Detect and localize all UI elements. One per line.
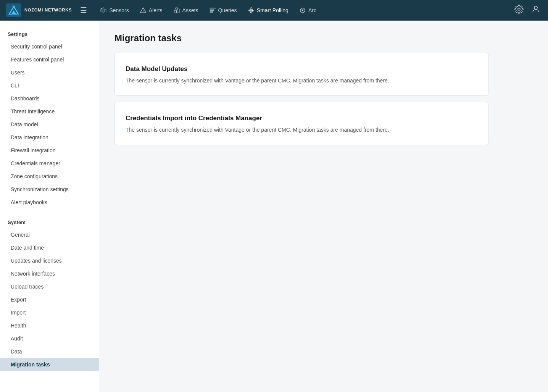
svg-rect-5	[103, 8, 104, 13]
system-nav: GeneralDate and timeUpdates and licenses…	[0, 228, 99, 371]
svg-rect-9	[174, 10, 176, 13]
sidebar-item-general[interactable]: General	[0, 228, 99, 241]
brand-name: NOZOMI NETWORKS	[24, 8, 72, 13]
nav-label-arc: Arc	[308, 7, 316, 13]
sidebar-item-security-control-panel[interactable]: Security control panel	[0, 40, 99, 53]
system-section-label: System	[0, 216, 99, 228]
svg-rect-11	[176, 8, 178, 9]
sidebar-item-features-control-panel[interactable]: Features control panel	[0, 53, 99, 66]
card-description-data-model-updates: The sensor is currently synchronized wit…	[126, 77, 477, 85]
sidebar-item-data-model[interactable]: Data model	[0, 118, 99, 131]
svg-point-19	[518, 8, 520, 10]
sidebar-item-users[interactable]: Users	[0, 66, 99, 79]
sidebar-item-audit[interactable]: Audit	[0, 332, 99, 345]
sidebar-item-alert-playbooks[interactable]: Alert playbooks	[0, 196, 99, 209]
nav-label-sensors: Sensors	[109, 7, 129, 13]
nav-item-sensors[interactable]: Sensors	[95, 5, 133, 16]
sidebar-item-import[interactable]: Import	[0, 306, 99, 319]
svg-rect-12	[210, 8, 215, 9]
svg-rect-14	[210, 11, 213, 12]
navbar: NOZOMI NETWORKS ☰ Sensors Alerts Assets …	[0, 0, 548, 21]
page-title: Migration tasks	[114, 33, 533, 44]
svg-point-18	[302, 10, 303, 11]
card-data-model-updates: Data Model UpdatesThe sensor is currentl…	[114, 53, 488, 96]
user-icon[interactable]	[530, 3, 542, 18]
sidebar-item-data-integration[interactable]: Data integration	[0, 131, 99, 144]
sidebar-item-data[interactable]: Data	[0, 345, 99, 358]
sidebar-item-date-and-time[interactable]: Date and time	[0, 241, 99, 254]
nav-item-smart-polling[interactable]: Smart Polling	[243, 5, 293, 16]
card-title-credentials-import: Credentials Import into Credentials Mana…	[126, 115, 477, 122]
settings-section-label: Settings	[0, 28, 99, 40]
layout: Settings Security control panelFeatures …	[0, 21, 548, 392]
sidebar-item-threat-intelligence[interactable]: Threat Intelligence	[0, 105, 99, 118]
svg-point-20	[534, 6, 537, 9]
nav-item-queries[interactable]: Queries	[205, 5, 242, 16]
sidebar-item-dashboards[interactable]: Dashboards	[0, 92, 99, 105]
sidebar-item-export[interactable]: Export	[0, 293, 99, 306]
card-credentials-import: Credentials Import into Credentials Mana…	[114, 102, 488, 145]
nav-item-assets[interactable]: Assets	[169, 5, 203, 16]
navbar-right	[513, 3, 542, 18]
svg-rect-13	[210, 10, 214, 11]
sidebar-item-credentials-manager[interactable]: Credentials manager	[0, 157, 99, 170]
svg-rect-6	[105, 9, 106, 12]
sidebar-item-cli[interactable]: CLI	[0, 79, 99, 92]
nav-items: Sensors Alerts Assets Queries Smart Poll…	[95, 5, 510, 16]
cards-container: Data Model UpdatesThe sensor is currentl…	[114, 53, 533, 145]
sidebar-item-network-interfaces[interactable]: Network interfaces	[0, 267, 99, 280]
card-title-data-model-updates: Data Model Updates	[126, 65, 477, 73]
svg-rect-10	[177, 9, 179, 13]
sidebar-item-updates-and-licenses[interactable]: Updates and licenses	[0, 254, 99, 267]
nav-label-alerts: Alerts	[149, 7, 163, 13]
svg-point-3	[13, 6, 15, 8]
nav-label-queries: Queries	[218, 7, 237, 13]
nav-item-arc[interactable]: Arc	[295, 5, 321, 16]
main-content: Migration tasks Data Model UpdatesThe se…	[99, 21, 548, 392]
svg-point-8	[143, 11, 143, 12]
settings-icon[interactable]	[513, 3, 525, 18]
svg-rect-4	[101, 9, 102, 12]
sidebar-item-migration-tasks[interactable]: Migration tasks	[0, 358, 99, 371]
sidebar-item-synchronization-settings[interactable]: Synchronization settings	[0, 183, 99, 196]
nav-label-assets: Assets	[182, 7, 198, 13]
brand-logo[interactable]: NOZOMI NETWORKS	[6, 3, 72, 17]
hamburger-button[interactable]: ☰	[78, 3, 89, 17]
nav-item-alerts[interactable]: Alerts	[135, 5, 167, 16]
sidebar-item-upload-traces[interactable]: Upload traces	[0, 280, 99, 293]
settings-nav: Security control panelFeatures control p…	[0, 40, 99, 209]
sidebar-item-zone-configurations[interactable]: Zone configurations	[0, 170, 99, 183]
sidebar-item-firewall-integration[interactable]: Firewall integration	[0, 144, 99, 157]
sidebar-item-health[interactable]: Health	[0, 319, 99, 332]
sidebar: Settings Security control panelFeatures …	[0, 21, 99, 392]
card-description-credentials-import: The sensor is currently synchronized wit…	[126, 126, 477, 134]
nav-label-smart-polling: Smart Polling	[257, 7, 289, 13]
